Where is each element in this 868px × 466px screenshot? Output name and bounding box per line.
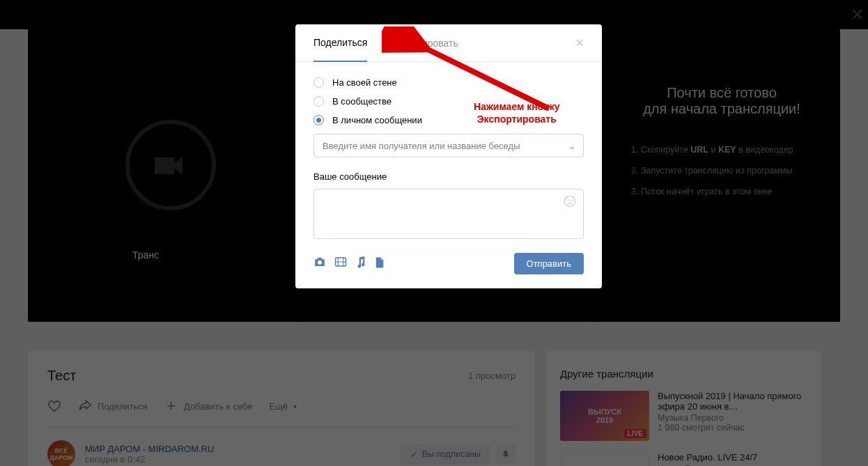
audio-icon[interactable] (355, 256, 366, 271)
message-label: Ваше сообщение (313, 171, 584, 182)
tab-export[interactable]: Экспортировать (385, 25, 458, 61)
chevron-down-icon: ⌄ (568, 141, 576, 151)
radio-community-label: В сообществе (332, 96, 392, 107)
tab-share[interactable]: Поделиться (313, 24, 367, 62)
recipient-input[interactable]: Введите имя получателя или название бесе… (313, 134, 584, 157)
radio-message-label: В личном сообщении (332, 115, 422, 125)
radio-wall-label: На своей стене (332, 77, 397, 88)
annotation-line2: Экспортировать (477, 114, 557, 125)
attach-icons (313, 256, 385, 271)
radio-icon (313, 96, 324, 107)
emoji-icon[interactable] (564, 195, 576, 210)
send-button[interactable]: Отправить (514, 253, 584, 274)
radio-icon (313, 77, 324, 88)
recipient-placeholder: Введите имя получателя или название бесе… (323, 141, 520, 151)
video-icon[interactable] (334, 256, 347, 271)
modal-tabs: Поделиться Экспортировать × (295, 24, 602, 62)
svg-point-1 (567, 200, 568, 201)
document-icon[interactable] (375, 256, 385, 271)
modal-footer: Отправить (313, 253, 584, 274)
message-input[interactable] (313, 189, 584, 239)
share-modal: Поделиться Экспортировать × На своей сте… (295, 24, 602, 288)
modal-body: На своей стене В сообществе В личном соо… (295, 62, 602, 288)
annotation-text: Нажимаем кнопку Экспортировать (474, 100, 560, 125)
svg-point-2 (571, 200, 573, 201)
photo-icon[interactable] (313, 256, 326, 271)
radio-wall[interactable]: На своей стене (313, 77, 584, 88)
annotation-line1: Нажимаем кнопку (474, 101, 560, 112)
radio-icon-checked (313, 115, 324, 125)
svg-point-0 (565, 196, 575, 207)
modal-close-icon[interactable]: × (575, 35, 584, 51)
